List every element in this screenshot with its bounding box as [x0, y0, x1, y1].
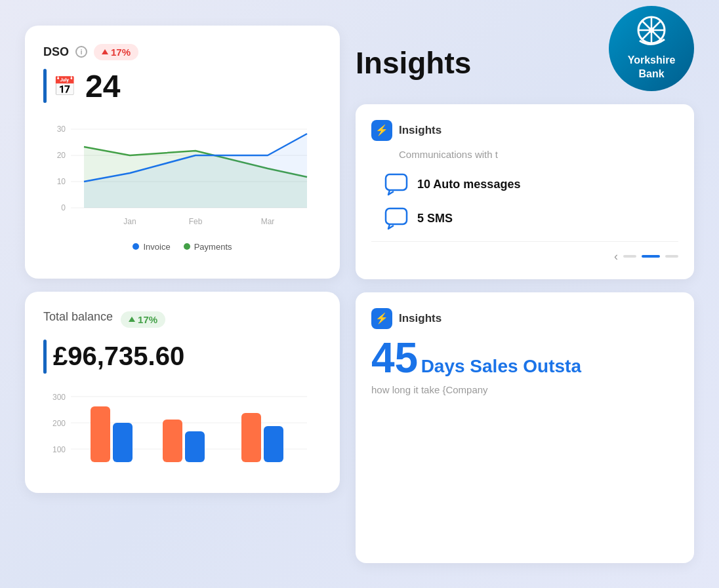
balance-badge: 17%	[121, 311, 165, 328]
nav-back-chevron[interactable]: ‹	[614, 250, 618, 264]
chart-legend: Invoice Payments	[43, 242, 321, 252]
left-column: DSO i 17% 📅 24	[25, 26, 340, 563]
dso-card-label: Insights	[399, 312, 442, 325]
communications-text: Communications with t	[399, 149, 678, 160]
sms-text: 5 SMS	[417, 212, 453, 225]
blue-bar-accent	[43, 69, 47, 103]
yorkshire-bank-text: Yorkshire Bank	[628, 54, 676, 81]
dso-chart: 30 20 10 0 Jan Feb Mar	[43, 116, 321, 260]
dso-description-text: how long it take {Company	[371, 384, 678, 395]
bar-blue-2	[185, 431, 205, 462]
chat-bubble-icon-2	[384, 207, 408, 231]
insights-communications-card: ⚡ Insights Communications with t 10 Auto…	[356, 104, 694, 279]
insights-card-header: ⚡ Insights	[371, 120, 678, 141]
nav-dot-3[interactable]	[665, 255, 678, 258]
page-title: Insights	[356, 46, 471, 80]
yorkshire-bank-logo: Yorkshire Bank	[609, 6, 694, 91]
dso-label: DSO	[43, 45, 69, 59]
dso-badge: 17%	[94, 44, 138, 60]
card-navigation: ‹	[371, 241, 678, 264]
svg-text:10: 10	[57, 177, 66, 186]
dso-days-number: 45	[371, 334, 418, 382]
svg-text:0: 0	[61, 203, 66, 212]
svg-text:Feb: Feb	[189, 217, 203, 226]
dso-bottom-card: ⚡ Insights 45 Days Sales Outsta how long…	[356, 292, 694, 563]
balance-card: Total balance 17% £96,735.60 300 200 100	[25, 292, 340, 493]
balance-value-row: £96,735.60	[43, 340, 321, 374]
svg-text:Mar: Mar	[261, 217, 275, 226]
svg-rect-23	[386, 174, 407, 190]
legend-invoice: Invoice	[133, 242, 170, 252]
blue-bar-balance	[43, 340, 47, 374]
calendar-icon: 📅	[53, 75, 76, 97]
lightning-icon-2: ⚡	[371, 308, 392, 329]
payments-dot	[184, 243, 190, 250]
balance-label: Total balance	[43, 310, 113, 324]
bar-orange-2	[163, 420, 182, 462]
svg-text:Jan: Jan	[123, 217, 136, 226]
info-icon[interactable]: i	[75, 46, 87, 58]
bar-blue-3	[264, 426, 283, 462]
svg-text:200: 200	[52, 419, 66, 428]
lightning-icon: ⚡	[371, 120, 392, 141]
line-chart-svg: 30 20 10 0 Jan Feb Mar	[43, 116, 321, 234]
nav-dot-1[interactable]	[623, 255, 636, 258]
dso-number: 24	[85, 68, 120, 104]
bar-orange-1	[91, 406, 110, 462]
legend-payments: Payments	[184, 242, 232, 252]
logo-icon	[632, 16, 671, 49]
dso-days-row: 45 Days Sales Outsta	[371, 337, 678, 379]
auto-messages-item: 10 Auto messages	[384, 173, 678, 197]
balance-amount: £96,735.60	[53, 342, 184, 371]
svg-text:100: 100	[52, 445, 66, 454]
invoice-dot	[133, 243, 139, 250]
auto-messages-text: 10 Auto messages	[417, 178, 520, 191]
chat-bubble-icon-1	[384, 173, 408, 197]
dso-days-label-text: Days Sales Outsta	[421, 356, 581, 376]
balance-header: Total balance 17%	[43, 310, 321, 329]
app-container: DSO i 17% 📅 24	[12, 12, 707, 576]
dso-insights-header: ⚡ Insights	[371, 308, 678, 329]
arrow-up-green-icon	[129, 317, 135, 322]
svg-text:20: 20	[57, 151, 66, 160]
svg-text:30: 30	[57, 125, 66, 134]
svg-rect-24	[386, 208, 407, 224]
bar-blue-1	[113, 423, 133, 462]
svg-text:300: 300	[52, 393, 66, 402]
nav-dot-2-active[interactable]	[642, 255, 660, 258]
bar-orange-3	[241, 413, 261, 462]
dso-value-row: 📅 24	[43, 68, 321, 104]
dso-card: DSO i 17% 📅 24	[25, 26, 340, 279]
bar-chart-svg: 300 200 100	[43, 387, 321, 472]
insights-card-label: Insights	[399, 124, 442, 137]
sms-item: 5 SMS	[384, 207, 678, 231]
arrow-up-icon	[102, 49, 108, 54]
right-column: Yorkshire Bank Insights ⚡ Insights Commu…	[356, 26, 694, 563]
